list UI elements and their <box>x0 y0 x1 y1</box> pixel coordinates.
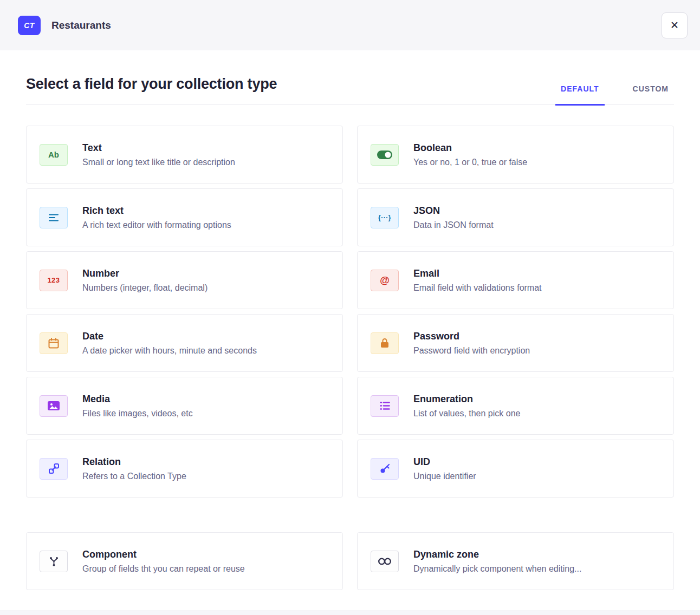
field-card-json[interactable]: {···} JSON Data in JSON format <box>357 188 674 246</box>
card-text: Email Email field with validations forma… <box>413 268 542 293</box>
card-text: Password Password field with encryption <box>413 331 530 356</box>
field-card-text[interactable]: Ab Text Small or long text like title or… <box>26 126 343 184</box>
modal-header: CT Restaurants ✕ <box>0 0 700 50</box>
field-title: Text <box>82 142 235 154</box>
rich-text-lines-icon <box>40 207 68 228</box>
field-title: Date <box>82 331 257 342</box>
field-title: Number <box>82 268 208 279</box>
header-left: CT Restaurants <box>18 16 111 35</box>
field-title: Component <box>82 549 245 560</box>
field-title: Boolean <box>413 142 527 154</box>
field-card-uid[interactable]: UID Unique identifier <box>357 440 674 498</box>
card-text: Number Numbers (integer, float, decimal) <box>82 268 208 293</box>
field-description: Small or long text like title or descrip… <box>82 158 235 167</box>
ab-icon: Ab <box>40 144 68 166</box>
calendar-icon <box>40 332 68 354</box>
field-description: Email field with validations format <box>413 283 542 293</box>
field-card-relation[interactable]: Relation Refers to a Collection Type <box>26 440 343 498</box>
field-cards-grid: Ab Text Small or long text like title or… <box>26 126 674 498</box>
card-text: Text Small or long text like title or de… <box>82 142 235 167</box>
json-braces-icon: {···} <box>371 207 399 228</box>
image-icon <box>40 395 68 417</box>
bullet-list-icon <box>371 395 399 417</box>
card-text: Boolean Yes or no, 1 or 0, true or false <box>413 142 527 167</box>
branch-icon <box>40 551 68 572</box>
field-description: Refers to a Collection Type <box>82 472 186 481</box>
field-title: Enumeration <box>413 394 520 405</box>
card-text: Date A date picker with hours, minute an… <box>82 331 257 356</box>
modal-title: Select a field for your collection type <box>26 76 277 104</box>
field-description: List of values, then pick one <box>413 409 520 418</box>
field-title: Password <box>413 331 530 342</box>
card-text: Dynamic zone Dynamically pick component … <box>413 549 581 574</box>
close-button[interactable]: ✕ <box>662 12 688 38</box>
toggle-icon <box>371 144 399 166</box>
lock-icon <box>371 332 399 354</box>
collection-title: Restaurants <box>51 19 111 31</box>
card-text: Rich text A rich text editor with format… <box>82 205 231 230</box>
field-card-number[interactable]: 123 Number Numbers (integer, float, deci… <box>26 251 343 309</box>
card-text: Media Files like images, videos, etc <box>82 394 193 418</box>
field-card-date[interactable]: Date A date picker with hours, minute an… <box>26 314 343 372</box>
key-icon <box>371 458 399 480</box>
field-title: Email <box>413 268 542 279</box>
field-card-media[interactable]: Media Files like images, videos, etc <box>26 377 343 435</box>
field-description: Files like images, videos, etc <box>82 409 193 418</box>
field-description: Group of fields tht you can repeat or re… <box>82 564 245 574</box>
card-text: UID Unique identifier <box>413 456 476 481</box>
field-description: A rich text editor with formating option… <box>82 220 231 230</box>
field-description: Password field with encryption <box>413 346 530 356</box>
json-glyph: {···} <box>378 214 391 221</box>
chain-link-icon <box>40 458 68 480</box>
field-title: Relation <box>82 456 186 468</box>
field-title: Rich text <box>82 205 231 217</box>
field-picker-modal: CT Restaurants ✕ Select a field for your… <box>0 0 700 615</box>
tab-bar: DEFAULT CUSTOM <box>555 84 674 104</box>
card-text: JSON Data in JSON format <box>413 205 494 230</box>
number-glyph: 123 <box>47 277 60 284</box>
card-text: Relation Refers to a Collection Type <box>82 456 186 481</box>
tab-custom[interactable]: CUSTOM <box>627 84 674 106</box>
field-description: Numbers (integer, float, decimal) <box>82 283 208 293</box>
modal-bottom-edge <box>0 611 700 615</box>
advanced-cards-grid: Component Group of fields tht you can re… <box>26 532 674 590</box>
at-glyph: @ <box>380 276 390 285</box>
field-title: Media <box>82 394 193 405</box>
field-description: Data in JSON format <box>413 220 494 230</box>
modal-body: Select a field for your collection type … <box>0 76 700 590</box>
field-card-dynamic-zone[interactable]: Dynamic zone Dynamically pick component … <box>357 532 674 590</box>
ab-glyph: Ab <box>48 151 59 159</box>
field-card-email[interactable]: @ Email Email field with validations for… <box>357 251 674 309</box>
card-text: Enumeration List of values, then pick on… <box>413 394 520 418</box>
field-title: Dynamic zone <box>413 549 581 560</box>
tab-default[interactable]: DEFAULT <box>555 84 605 106</box>
at-icon: @ <box>371 270 399 291</box>
field-card-boolean[interactable]: Boolean Yes or no, 1 or 0, true or false <box>357 126 674 184</box>
heading-row: Select a field for your collection type … <box>26 76 674 105</box>
field-card-enumeration[interactable]: Enumeration List of values, then pick on… <box>357 377 674 435</box>
field-card-password[interactable]: Password Password field with encryption <box>357 314 674 372</box>
card-text: Component Group of fields tht you can re… <box>82 549 245 574</box>
field-card-component[interactable]: Component Group of fields tht you can re… <box>26 532 343 590</box>
number-123-icon: 123 <box>40 270 68 291</box>
infinity-icon <box>371 551 399 572</box>
close-icon: ✕ <box>670 20 679 30</box>
collection-type-badge: CT <box>18 16 41 35</box>
field-description: A date picker with hours, minute and sec… <box>82 346 257 356</box>
field-title: JSON <box>413 205 494 217</box>
field-card-rich-text[interactable]: Rich text A rich text editor with format… <box>26 188 343 246</box>
field-title: UID <box>413 456 476 468</box>
field-description: Unique identifier <box>413 472 476 481</box>
field-description: Dynamically pick component when editing.… <box>413 564 581 574</box>
field-description: Yes or no, 1 or 0, true or false <box>413 158 527 167</box>
